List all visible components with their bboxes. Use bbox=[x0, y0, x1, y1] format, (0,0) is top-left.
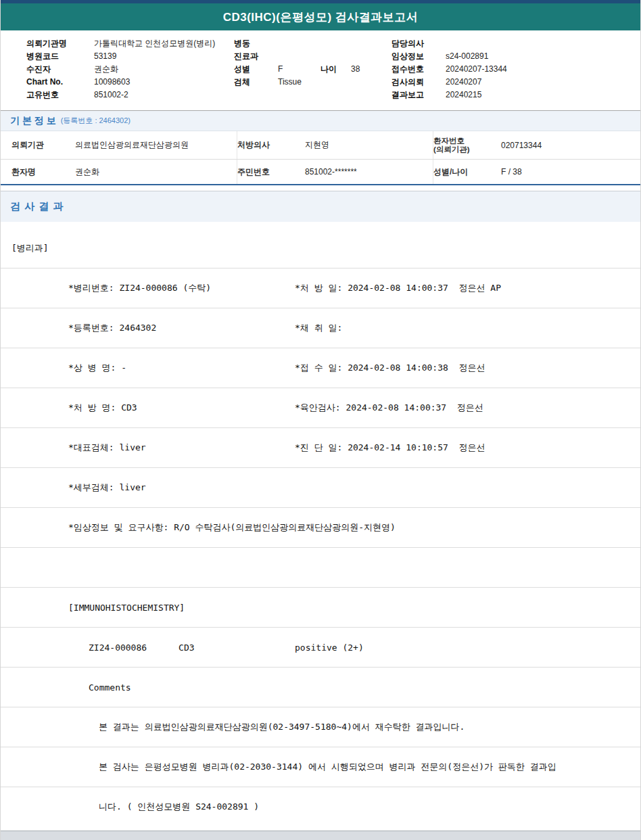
department-area: [병리과] bbox=[1, 222, 640, 268]
result-row: 본 검사는 은평성모병원 병리과(02-2030-3144) 에서 시행되었으며… bbox=[1, 747, 640, 787]
result-row-right: *접 수 일: 2024-02-08 14:00:38 정은선 bbox=[295, 362, 485, 374]
cell-label-line2: (의뢰기관) bbox=[433, 145, 470, 154]
result-row-right: *처 방 일: 2024-02-08 14:00:37 정은선 AP bbox=[295, 282, 501, 294]
report-title: CD3(IHC)(은평성모) 검사결과보고서 bbox=[223, 9, 419, 25]
results-header: 검 사 결 과 bbox=[1, 191, 640, 222]
cell-value: 지현영 bbox=[305, 131, 433, 159]
field-label: 병원코드 bbox=[26, 50, 94, 63]
result-row-left: Comments bbox=[89, 682, 131, 693]
result-row-left: [IMMUNOHISTOCHEMISTRY] bbox=[68, 603, 185, 613]
field-value: s24-002891 bbox=[446, 51, 488, 61]
result-row-left: 본 결과는 의료법인삼광의료재단삼광의원(02-3497-5180~4)에서 재… bbox=[99, 721, 465, 733]
result-row: ZI24-000086 CD3positive (2+) bbox=[1, 627, 640, 667]
field-value: 20240207-13344 bbox=[446, 64, 507, 74]
header-column-admin: 담당의사 임상정보s24-002891 접수번호20240207-13344 검… bbox=[391, 37, 507, 101]
result-row: [IMMUNOHISTOCHEMISTRY] bbox=[1, 587, 640, 627]
cell-label-line1: 환자번호 bbox=[433, 137, 465, 145]
result-row-left: *세부검체: liver bbox=[68, 482, 146, 494]
field-label: 고유번호 bbox=[26, 89, 94, 101]
header-column-patient: 병동 진료과 성별F나이38 검체Tissue bbox=[234, 37, 360, 89]
field-label: 담당의사 bbox=[391, 37, 446, 50]
field-label: 의뢰기관명 bbox=[26, 37, 94, 50]
field-label: 검체 bbox=[234, 76, 278, 89]
field-label: 병동 bbox=[234, 37, 278, 50]
field-label: 성별 bbox=[234, 63, 278, 76]
result-row-right: *진 단 일: 2024-02-14 10:10:57 정은선 bbox=[295, 442, 485, 454]
cell-value: 권순화 bbox=[75, 160, 237, 184]
field-value: 10098603 bbox=[94, 77, 130, 87]
report-page: CD3(IHC)(은평성모) 검사결과보고서 의뢰기관명가톨릭대학교 인천성모병… bbox=[0, 0, 641, 840]
basic-info-table: 의뢰기관 의료법인삼광의료재단삼광의원 처방의사 지현영 환자번호 (의뢰기관)… bbox=[1, 131, 640, 185]
field-label: 검사의뢰 bbox=[391, 76, 446, 89]
result-row: *상 병 명: -*접 수 일: 2024-02-08 14:00:38 정은선 bbox=[1, 348, 640, 388]
result-row-left: ZI24-000086 CD3 bbox=[89, 643, 195, 653]
result-row-left: *임상정보 및 요구사항: R/O 수탁검사(의료법인삼광의료재단삼광의원-지현… bbox=[68, 521, 396, 534]
field-value: 38 bbox=[351, 64, 360, 74]
result-row-left: *병리번호: ZI24-000086 (수탁) bbox=[68, 282, 211, 294]
result-row-right: positive (2+) bbox=[295, 643, 364, 653]
report-title-bar: CD3(IHC)(은평성모) 검사결과보고서 bbox=[1, 3, 640, 30]
result-row-left: *처 방 명: CD3 bbox=[68, 402, 137, 414]
basic-info-header: 기 본 정 보 (등록번호 : 2464302) bbox=[1, 110, 640, 131]
result-row-left: 니다. ( 인천성모병원 S24-002891 ) bbox=[99, 801, 259, 813]
cell-value: 의료법인삼광의료재단삼광의원 bbox=[75, 131, 237, 159]
field-label: Chart No. bbox=[26, 76, 94, 89]
basic-info-title: 기 본 정 보 bbox=[10, 115, 56, 127]
field-value: 20240215 bbox=[446, 90, 481, 99]
result-row-left: *등록번호: 2464302 bbox=[68, 322, 156, 334]
cell-value: 020713344 bbox=[501, 141, 640, 150]
result-row: *대표검체: liver*진 단 일: 2024-02-14 10:10:57 … bbox=[1, 427, 640, 467]
header-column-requester: 의뢰기관명가톨릭대학교 인천성모병원(병리) 병원코드53139 수진자권순화 … bbox=[26, 37, 215, 101]
result-row: *세부검체: liver bbox=[1, 467, 640, 507]
field-value: F bbox=[278, 63, 320, 76]
result-row-left: *대표검체: liver bbox=[68, 442, 146, 454]
result-row: *임상정보 및 요구사항: R/O 수탁검사(의료법인삼광의료재단삼광의원-지현… bbox=[1, 507, 640, 547]
result-row-left: 본 검사는 은평성모병원 병리과(02-2030-3144) 에서 시행되었으며… bbox=[99, 761, 556, 773]
field-value: 가톨릭대학교 인천성모병원(병리) bbox=[94, 39, 215, 48]
field-label: 나이 bbox=[320, 63, 351, 76]
cell-label: 처방의사 bbox=[237, 139, 305, 151]
result-row-right: *채 취 일: bbox=[295, 322, 342, 334]
field-label: 결과보고 bbox=[391, 89, 446, 101]
result-row: *처 방 명: CD3*육안검사: 2024-02-08 14:00:37 정은… bbox=[1, 388, 640, 427]
cell-value: F / 38 bbox=[501, 167, 640, 177]
result-row: 니다. ( 인천성모병원 S24-002891 ) bbox=[1, 787, 640, 826]
field-label: 진료과 bbox=[234, 50, 278, 63]
department-label: [병리과] bbox=[11, 242, 49, 254]
result-row: Comments bbox=[1, 667, 640, 707]
result-row: *등록번호: 2464302*채 취 일: bbox=[1, 308, 640, 348]
field-value: 851002-2 bbox=[94, 90, 128, 99]
results-title: 검 사 결 과 bbox=[10, 200, 64, 213]
cell-value: 851002-******* bbox=[305, 160, 433, 184]
field-value: Tissue bbox=[278, 77, 302, 87]
result-row-right: *육안검사: 2024-02-08 14:00:37 정은선 bbox=[295, 402, 483, 414]
header-info: 의뢰기관명가톨릭대학교 인천성모병원(병리) 병원코드53139 수진자권순화 … bbox=[1, 30, 640, 110]
field-label: 수진자 bbox=[26, 63, 94, 76]
result-rows: *병리번호: ZI24-000086 (수탁)*처 방 일: 2024-02-0… bbox=[1, 268, 640, 826]
result-row: 본 결과는 의료법인삼광의료재단삼광의원(02-3497-5180~4)에서 재… bbox=[1, 707, 640, 747]
table-row: 의뢰기관 의료법인삼광의료재단삼광의원 처방의사 지현영 환자번호 (의뢰기관)… bbox=[1, 131, 640, 159]
result-row: *병리번호: ZI24-000086 (수탁)*처 방 일: 2024-02-0… bbox=[1, 268, 640, 308]
field-value: 53139 bbox=[94, 51, 116, 61]
field-label: 접수번호 bbox=[391, 63, 446, 76]
cell-label: 성별/나이 bbox=[433, 166, 501, 178]
cell-label: 환자명 bbox=[11, 166, 75, 178]
cell-label: 의뢰기관 bbox=[11, 139, 75, 151]
result-row bbox=[1, 547, 640, 587]
basic-info-registration-number: (등록번호 : 2464302) bbox=[61, 116, 130, 126]
result-row-left: *상 병 명: - bbox=[68, 362, 126, 374]
field-label: 임상정보 bbox=[391, 50, 446, 63]
cell-label: 주민번호 bbox=[237, 166, 305, 178]
field-value: 권순화 bbox=[94, 64, 118, 74]
cell-label: 환자번호 (의뢰기관) bbox=[433, 137, 501, 154]
field-value: 20240207 bbox=[446, 77, 481, 87]
horizontal-scrollbar[interactable] bbox=[1, 831, 640, 840]
table-row: 환자명 권순화 주민번호 851002-******* 성별/나이 F / 38 bbox=[1, 159, 640, 184]
